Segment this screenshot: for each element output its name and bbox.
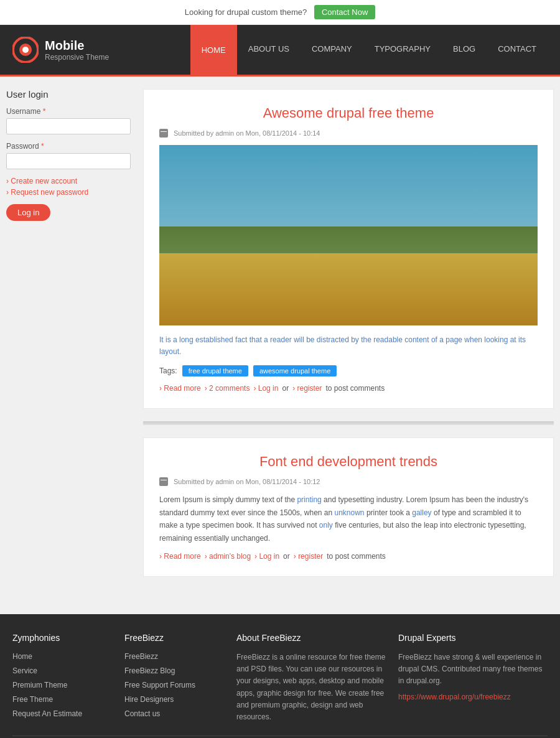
footer-col2-links: FreeBiezz FreeBiezz Blog Free Support Fo…: [124, 652, 224, 718]
logo-subtitle: Responsive Theme: [45, 53, 109, 62]
request-password-link[interactable]: Request new password: [6, 188, 131, 197]
nav-contact[interactable]: CONTACT: [487, 25, 548, 75]
username-group: Username *: [6, 107, 131, 134]
to-post-text-2: to post comments: [327, 552, 386, 561]
nav-about[interactable]: ABOUT US: [237, 25, 301, 75]
footer-col3-title: About FreeBiezz: [236, 633, 386, 643]
footer-col4-text: FreeBiezz have strong & well experience …: [398, 652, 548, 688]
comments-link-1[interactable]: 2 comments: [205, 384, 250, 393]
create-account-link[interactable]: Create new account: [6, 177, 131, 185]
footer: Zymphonies Home Service Premium Theme Fr…: [0, 614, 560, 738]
sidebar-title: User login: [6, 89, 131, 100]
or-text-2: or: [283, 552, 290, 561]
footer-col-about: About FreeBiezz FreeBiezz is a online re…: [236, 633, 386, 723]
nav-company[interactable]: COMPANY: [301, 25, 363, 75]
top-bar: Looking for drupal custom theme? Contact…: [0, 0, 560, 25]
username-label: Username *: [6, 107, 131, 116]
header: Mobile Responsive Theme HOME ABOUT US CO…: [0, 25, 560, 75]
password-group: Password *: [6, 142, 131, 169]
admins-blog-link[interactable]: admin's blog: [205, 552, 251, 561]
article-1-excerpt: It is a long established fact that a rea…: [159, 334, 538, 358]
article-2: Font end development trends Submitted by…: [143, 437, 554, 577]
footer-link-designers[interactable]: Hire Designers: [124, 695, 174, 704]
footer-col1-title: Zymphonies: [12, 633, 112, 643]
footer-col4-title: Drupal Experts: [398, 633, 548, 643]
article-2-meta: Submitted by admin on Mon, 08/11/2014 - …: [159, 477, 538, 486]
article-1-image: [159, 145, 538, 325]
svg-point-2: [22, 47, 29, 53]
footer-link-contact[interactable]: Contact us: [124, 709, 160, 718]
footer-grid: Zymphonies Home Service Premium Theme Fr…: [12, 633, 548, 723]
footer-link-home[interactable]: Home: [12, 652, 32, 661]
contact-now-button[interactable]: Contact Now: [314, 5, 375, 19]
sidebar: User login Username * Password * Create …: [6, 89, 131, 589]
logo-title: Mobile: [45, 39, 109, 53]
only-link[interactable]: only: [319, 521, 333, 530]
or-text-1: or: [282, 384, 289, 393]
nav-home[interactable]: HOME: [190, 25, 237, 75]
article-1-title: Awesome drupal free theme: [159, 105, 538, 121]
login-link-2[interactable]: Log in: [254, 552, 279, 561]
article-2-title: Font end development trends: [159, 454, 538, 470]
article-2-footer: Read more admin's blog Log in or registe…: [159, 552, 538, 561]
footer-col3-text: FreeBiezz is a online resource for free …: [236, 652, 386, 723]
logo-text: Mobile Responsive Theme: [45, 39, 109, 62]
username-input[interactable]: [6, 118, 131, 134]
unknown-link[interactable]: unknown: [335, 508, 365, 517]
footer-col-zymphonies: Zymphonies Home Service Premium Theme Fr…: [12, 633, 112, 723]
footer-link-free-theme[interactable]: Free Theme: [12, 695, 53, 704]
footer-link-service[interactable]: Service: [12, 666, 37, 675]
register-link-2[interactable]: register: [294, 552, 323, 561]
main-nav: HOME ABOUT US COMPANY TYPOGRAPHY BLOG CO…: [190, 25, 548, 75]
footer-link-freebiezz[interactable]: FreeBiezz: [124, 652, 158, 661]
article-2-body: Lorem Ipsum is simply dummy text of the …: [159, 493, 538, 544]
article-2-meta-text: Submitted by admin on Mon, 08/11/2014 - …: [174, 478, 320, 485]
article-1-footer: Read more 2 comments Log in or register …: [159, 384, 538, 393]
password-input[interactable]: [6, 153, 131, 169]
logo: Mobile Responsive Theme: [12, 37, 109, 63]
nav-typography[interactable]: TYPOGRAPHY: [363, 25, 442, 75]
nav-blog[interactable]: BLOG: [442, 25, 487, 75]
tags-label: Tags:: [159, 367, 177, 375]
footer-drupal-link[interactable]: https://www.drupal.org/u/freebiezz: [398, 693, 548, 701]
article-1-meta: Submitted by admin on Mon, 08/11/2014 - …: [159, 129, 538, 138]
galley-link[interactable]: galley: [412, 508, 431, 517]
password-label: Password *: [6, 142, 131, 151]
to-post-text-1: to post comments: [326, 384, 385, 393]
footer-col-drupal: Drupal Experts FreeBiezz have strong & w…: [398, 633, 548, 723]
tag-free-drupal[interactable]: free drupal theme: [182, 365, 248, 376]
printing-link[interactable]: printing: [297, 495, 321, 504]
footer-link-freebiezz-blog[interactable]: FreeBiezz Blog: [124, 666, 175, 675]
footer-col-freebiezz: FreeBiezz FreeBiezz FreeBiezz Blog Free …: [124, 633, 224, 723]
article-1-meta-text: Submitted by admin on Mon, 08/11/2014 - …: [174, 129, 320, 137]
article-1: Awesome drupal free theme Submitted by a…: [143, 89, 554, 409]
calendar-icon: [159, 129, 168, 138]
tag-awesome-drupal[interactable]: awesome drupal theme: [253, 365, 337, 376]
footer-col1-links: Home Service Premium Theme Free Theme Re…: [12, 652, 112, 718]
footer-bottom: Copyright © 2015, Mobile ■ f t g+ in p ▶…: [12, 736, 548, 738]
article-divider: [143, 421, 554, 425]
footer-col2-title: FreeBiezz: [124, 633, 224, 643]
read-more-link-2[interactable]: Read more: [159, 552, 201, 561]
footer-link-premium-theme[interactable]: Premium Theme: [12, 681, 67, 689]
sidebar-links: Create new account Request new password: [6, 177, 131, 197]
read-more-link-1[interactable]: Read more: [159, 384, 201, 393]
article-1-tags: Tags: free drupal theme awesome drupal t…: [159, 365, 538, 376]
calendar-icon-2: [159, 477, 168, 486]
top-bar-message: Looking for drupal custom theme?: [185, 7, 307, 17]
login-link-1[interactable]: Log in: [253, 384, 278, 393]
footer-link-support[interactable]: Free Support Forums: [124, 681, 195, 689]
logo-icon: [12, 37, 39, 63]
footer-link-estimate[interactable]: Request An Estimate: [12, 709, 82, 718]
register-link-1[interactable]: register: [292, 384, 322, 393]
content: Awesome drupal free theme Submitted by a…: [143, 89, 554, 589]
login-button[interactable]: Log in: [6, 204, 50, 221]
main-container: User login Username * Password * Create …: [0, 77, 560, 602]
